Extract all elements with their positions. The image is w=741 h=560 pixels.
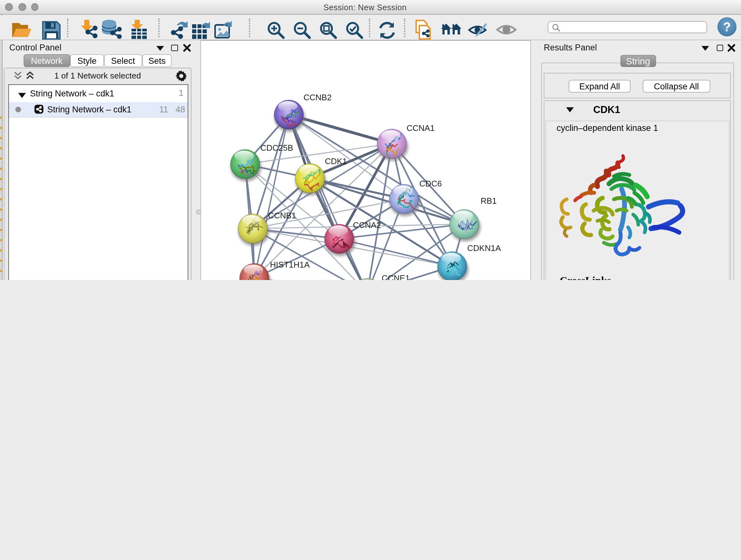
svg-text:HIST1H1A: HIST1H1A <box>270 260 310 269</box>
svg-text:CCNA2: CCNA2 <box>353 220 381 230</box>
svg-text:CDK1: CDK1 <box>325 157 347 166</box>
svg-text:CDC6: CDC6 <box>419 179 442 188</box>
svg-text:CCNB2: CCNB2 <box>304 92 332 102</box>
svg-text:CCNB1: CCNB1 <box>268 211 296 220</box>
svg-text:CDC25B: CDC25B <box>260 143 293 152</box>
svg-text:CCNE1: CCNE1 <box>382 273 410 280</box>
svg-text:CCNA1: CCNA1 <box>407 123 434 133</box>
svg-text:CDKN1A: CDKN1A <box>467 243 501 253</box>
svg-text:RB1: RB1 <box>481 196 497 206</box>
